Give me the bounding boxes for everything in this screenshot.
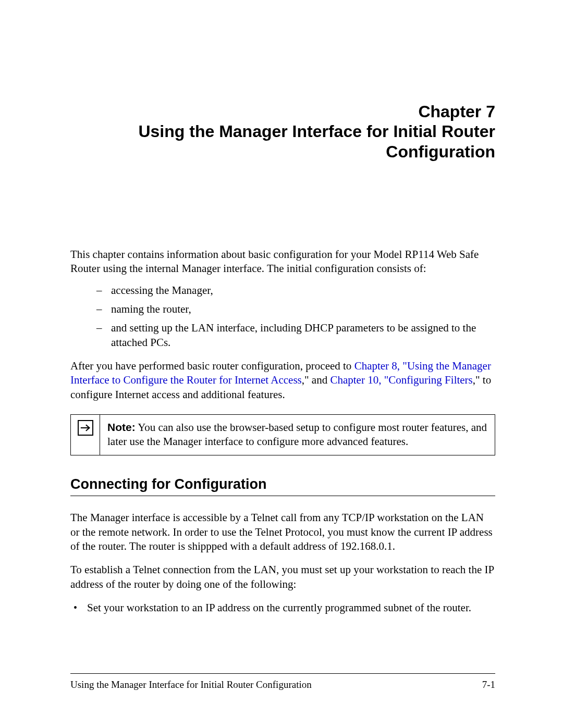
chapter-title: Chapter 7 Using the Manager Interface fo…: [70, 102, 495, 162]
section-heading: Connecting for Configuration: [70, 476, 495, 496]
note-icon-cell: [71, 415, 100, 455]
list-item: Set your workstation to an IP address on…: [70, 601, 495, 615]
page-number: 7-1: [482, 679, 495, 690]
list-item: naming the router,: [96, 302, 495, 316]
chapter-10-link[interactable]: Chapter 10, "Configuring Filters: [330, 374, 472, 386]
note-body: You can also use the browser-based setup…: [107, 421, 487, 448]
text-segment: ," and: [302, 374, 331, 386]
note-box: Note: You can also use the browser-based…: [70, 414, 495, 456]
footer-title: Using the Manager Interface for Initial …: [70, 679, 312, 690]
dash-list: accessing the Manager, naming the router…: [96, 283, 495, 350]
body-paragraph: To establish a Telnet connection from th…: [70, 563, 495, 591]
cross-reference-paragraph: After you have performed basic router co…: [70, 359, 495, 402]
chapter-title-line2: Using the Manager Interface for Initial …: [138, 122, 495, 141]
footer-rule: [70, 673, 495, 674]
text-segment: After you have performed basic router co…: [70, 360, 354, 372]
note-text: Note: You can also use the browser-based…: [100, 415, 495, 455]
chapter-title-line3: Configuration: [386, 142, 495, 161]
bullet-list: Set your workstation to an IP address on…: [70, 601, 495, 615]
note-label: Note:: [107, 421, 136, 433]
list-item: and setting up the LAN interface, includ…: [96, 321, 495, 350]
footer-row: Using the Manager Interface for Initial …: [70, 679, 495, 690]
arrow-right-icon: [78, 420, 93, 436]
intro-paragraph: This chapter contains information about …: [70, 248, 495, 276]
chapter-number: Chapter 7: [418, 102, 495, 121]
document-page: Chapter 7 Using the Manager Interface fo…: [0, 0, 563, 615]
body-paragraph: The Manager interface is accessible by a…: [70, 511, 495, 553]
list-item: accessing the Manager,: [96, 283, 495, 298]
page-footer: Using the Manager Interface for Initial …: [70, 666, 495, 690]
